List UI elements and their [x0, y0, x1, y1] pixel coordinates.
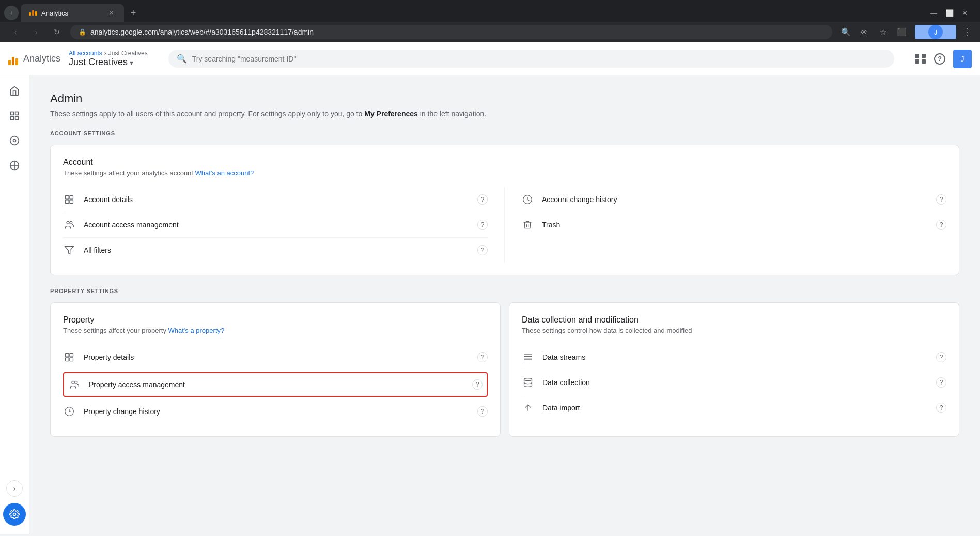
all-accounts-link[interactable]: All accounts — [69, 50, 102, 57]
svg-rect-10 — [70, 196, 73, 200]
sidebar-item-explore[interactable] — [3, 129, 26, 152]
sidebar-item-advertising[interactable] — [3, 154, 26, 177]
property-access-icon — [68, 378, 81, 391]
sidebar-item-home[interactable] — [3, 80, 26, 102]
active-tab[interactable]: Analytics ✕ — [21, 4, 124, 22]
account-history-icon — [521, 193, 534, 206]
svg-point-14 — [70, 221, 72, 224]
data-import-item[interactable]: Data import ? — [522, 395, 946, 420]
all-filters-item[interactable]: All filters ? — [63, 238, 488, 263]
data-import-label: Data import — [542, 404, 928, 412]
data-import-icon — [522, 402, 534, 414]
account-access-item[interactable]: Account access management ? — [63, 212, 488, 238]
account-description-text: These settings affect your analytics acc… — [63, 169, 195, 177]
tab-favicon — [29, 10, 37, 16]
svg-rect-3 — [11, 117, 14, 120]
property-history-help[interactable]: ? — [477, 406, 488, 417]
svg-rect-11 — [66, 200, 69, 204]
browser-chrome: ‹ Analytics ✕ + — ⬜ ✕ ‹ › ↻ 🔒 analytics.… — [0, 0, 980, 42]
svg-rect-17 — [66, 354, 69, 357]
reload-button[interactable]: ↻ — [50, 25, 64, 39]
page-description: These settings apply to all users of thi… — [50, 110, 959, 118]
property-access-help[interactable]: ? — [472, 379, 483, 390]
data-streams-icon — [522, 351, 534, 363]
property-description-text: These settings affect your property — [63, 327, 168, 334]
svg-marker-15 — [65, 247, 74, 254]
chevron-down-icon[interactable]: ▾ — [130, 58, 133, 67]
profile-avatar: J — [928, 25, 943, 39]
svg-point-8 — [13, 513, 16, 516]
sidebar-settings-button[interactable] — [3, 503, 26, 526]
account-details-help[interactable]: ? — [477, 194, 488, 205]
window-controls: — ⬜ ✕ — [930, 9, 976, 17]
url-bar[interactable]: 🔒 analytics.google.com/analytics/web/#/a… — [70, 25, 832, 39]
account-settings-card: Account These settings affect your analy… — [50, 145, 959, 275]
apps-grid-button[interactable] — [915, 54, 926, 64]
data-collection-title: Data collection and modification — [522, 315, 946, 325]
description-bold: My Preferences — [364, 110, 418, 118]
user-avatar[interactable]: J — [953, 50, 972, 68]
page-title: Admin — [50, 92, 959, 105]
more-options-button[interactable]: ⋮ — [962, 26, 972, 38]
svg-point-4 — [10, 136, 19, 145]
property-details-help[interactable]: ? — [477, 352, 488, 362]
property-card-description: These settings affect your property What… — [63, 327, 488, 334]
data-streams-item[interactable]: Data streams ? — [522, 345, 946, 370]
account-access-label: Account access management — [84, 221, 469, 229]
search-bar[interactable]: 🔍 — [168, 50, 894, 68]
trash-icon — [521, 219, 534, 231]
account-description-link[interactable]: What's an account? — [195, 169, 254, 177]
data-collection-label: Data collection — [542, 378, 928, 387]
description-prefix: These settings apply to all users of thi… — [50, 110, 364, 118]
new-tab-button[interactable]: + — [126, 6, 141, 20]
property-description-link[interactable]: What's a property? — [168, 327, 225, 334]
breadcrumb-current: Just Creatives ▾ — [69, 57, 148, 68]
property-details-item[interactable]: Property details ? — [63, 345, 488, 370]
account-card-title: Account — [63, 158, 946, 167]
tab-title: Analytics — [41, 9, 68, 17]
account-history-help[interactable]: ? — [936, 194, 946, 205]
app-header: Analytics All accounts › Just Creatives … — [0, 42, 980, 75]
account-history-item[interactable]: Account change history ? — [521, 187, 946, 212]
svg-rect-2 — [15, 117, 19, 120]
sidebar-toggle[interactable]: ⬛ — [894, 25, 909, 39]
trash-item[interactable]: Trash ? — [521, 212, 946, 237]
sidebar-expand-button[interactable]: › — [6, 480, 23, 497]
back-button[interactable]: ‹ — [8, 25, 23, 39]
svg-point-13 — [67, 221, 69, 224]
search-input[interactable] — [192, 55, 886, 63]
all-filters-help[interactable]: ? — [477, 245, 488, 255]
profile-button[interactable]: J — [915, 25, 956, 39]
bookmark-icon[interactable]: ☆ — [876, 25, 890, 39]
property-access-item[interactable]: Property access management ? — [63, 372, 488, 397]
svg-rect-19 — [66, 358, 69, 361]
url-text: analytics.google.com/analytics/web/#/a30… — [90, 28, 314, 36]
svg-rect-1 — [15, 112, 19, 115]
maximize-button[interactable]: ⬜ — [945, 9, 954, 17]
account-details-item[interactable]: Account details ? — [63, 187, 488, 212]
data-collection-description: These settings control how data is colle… — [522, 327, 946, 334]
close-window-button[interactable]: ✕ — [962, 9, 968, 17]
search-icon[interactable]: 🔍 — [838, 25, 853, 39]
trash-help[interactable]: ? — [936, 220, 946, 230]
property-settings-label: PROPERTY SETTINGS — [50, 288, 959, 294]
account-access-help[interactable]: ? — [477, 220, 488, 230]
tab-back-button[interactable]: ‹ — [4, 6, 19, 20]
sidebar-item-reports[interactable] — [3, 104, 26, 127]
all-filters-label: All filters — [84, 246, 469, 254]
eye-off-icon[interactable]: 👁 — [857, 25, 872, 39]
property-history-item[interactable]: Property change history ? — [63, 399, 488, 424]
forward-button[interactable]: › — [29, 25, 43, 39]
data-import-help[interactable]: ? — [936, 403, 946, 413]
help-button[interactable]: ? — [930, 50, 949, 68]
data-streams-help[interactable]: ? — [936, 352, 946, 362]
data-collection-item[interactable]: Data collection ? — [522, 370, 946, 395]
minimize-button[interactable]: — — [930, 9, 937, 17]
data-collection-help[interactable]: ? — [936, 377, 946, 388]
tab-close-button[interactable]: ✕ — [106, 8, 116, 18]
tab-bar: ‹ Analytics ✕ + — ⬜ ✕ — [0, 0, 980, 22]
data-streams-label: Data streams — [542, 353, 928, 361]
property-history-label: Property change history — [84, 407, 469, 416]
analytics-logo: Analytics — [8, 53, 60, 65]
svg-point-22 — [75, 381, 77, 384]
